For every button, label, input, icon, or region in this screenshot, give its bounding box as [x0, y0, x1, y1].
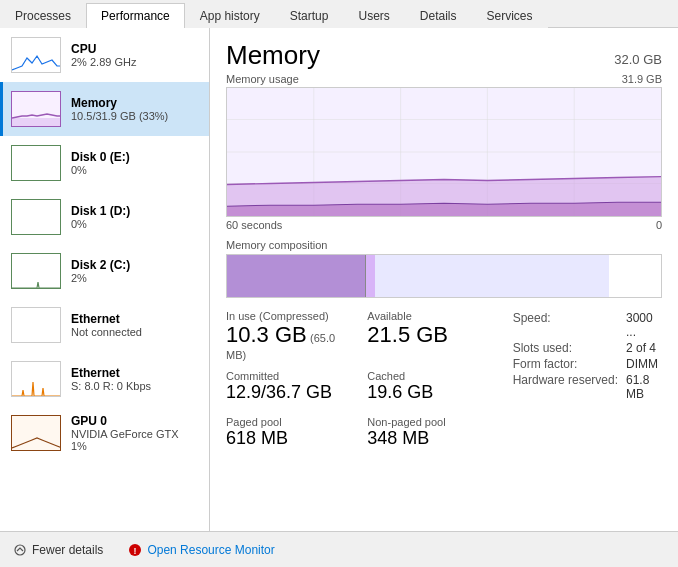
sidebar-item-disk0[interactable]: Disk 0 (E:) 0% [0, 136, 209, 190]
stat-committed: Committed 12.9/36.7 GB [226, 370, 355, 404]
stat-cached: Cached 19.6 GB [367, 370, 496, 404]
panel-header: Memory 32.0 GB [226, 40, 662, 71]
disk0-thumb [11, 145, 61, 181]
warning-icon: ! [127, 542, 143, 558]
committed-value: 12.9/36.7 GB [226, 382, 355, 404]
sidebar-item-ethernet2[interactable]: Ethernet S: 8.0 R: 0 Kbps [0, 352, 209, 406]
comp-standby [375, 255, 609, 297]
form-row: Form factor: DIMM [509, 356, 662, 372]
sidebar-item-gpu0[interactable]: GPU 0 NVIDIA GeForce GTX 1% [0, 406, 209, 460]
form-label: Form factor: [509, 356, 622, 372]
cpu-title: CPU [71, 42, 201, 56]
gpu0-info: GPU 0 NVIDIA GeForce GTX 1% [71, 414, 201, 452]
bottom-bar: Fewer details ! Open Resource Monitor [0, 531, 678, 567]
gpu0-sub2: 1% [71, 440, 201, 452]
disk1-info: Disk 1 (D:) 0% [71, 204, 201, 230]
svg-text:!: ! [134, 546, 137, 556]
comp-modified [366, 255, 375, 297]
stat-available: Available 21.5 GB [367, 310, 496, 362]
comp-in-use [227, 255, 366, 297]
disk1-title: Disk 1 (D:) [71, 204, 201, 218]
sidebar: CPU 2% 2.89 GHz Memory 10.5/31.9 GB (33%… [0, 28, 210, 531]
tab-users[interactable]: Users [343, 3, 404, 28]
tab-app-history[interactable]: App history [185, 3, 275, 28]
disk2-title: Disk 2 (C:) [71, 258, 201, 272]
time-start: 60 seconds [226, 219, 282, 231]
ethernet2-info: Ethernet S: 8.0 R: 0 Kbps [71, 366, 201, 392]
memory-info: Memory 10.5/31.9 GB (33%) [71, 96, 201, 122]
committed-label: Committed [226, 370, 355, 382]
tab-services[interactable]: Services [472, 3, 548, 28]
cached-value: 19.6 GB [367, 382, 496, 404]
sidebar-item-memory[interactable]: Memory 10.5/31.9 GB (33%) [0, 82, 209, 136]
tab-bar: Processes Performance App history Startu… [0, 0, 678, 28]
composition-bar [226, 254, 662, 298]
ethernet1-thumb [11, 307, 61, 343]
usage-label: Memory usage [226, 73, 299, 85]
tab-processes[interactable]: Processes [0, 3, 86, 28]
panel-title: Memory [226, 40, 320, 71]
speed-row: Speed: 3000 ... [509, 310, 662, 340]
hw-reserved-row: Hardware reserved: 61.8 MB [509, 372, 662, 402]
stats-grid: In use (Compressed) 10.3 GB (65.0 MB) Av… [226, 310, 662, 450]
stats-left: In use (Compressed) 10.3 GB (65.0 MB) Av… [226, 310, 662, 450]
usage-chart [226, 87, 662, 217]
tab-performance[interactable]: Performance [86, 3, 185, 28]
chart-time-row: 60 seconds 0 [226, 219, 662, 231]
sidebar-item-disk2[interactable]: Disk 2 (C:) 2% [0, 244, 209, 298]
in-use-value: 10.3 GB (65.0 MB) [226, 322, 355, 362]
composition-label: Memory composition [226, 239, 662, 251]
disk0-info: Disk 0 (E:) 0% [71, 150, 201, 176]
chevron-up-icon [12, 542, 28, 558]
sidebar-item-cpu[interactable]: CPU 2% 2.89 GHz [0, 28, 209, 82]
speed-value: 3000 ... [622, 310, 662, 340]
memory-thumb [11, 91, 61, 127]
sidebar-item-disk1[interactable]: Disk 1 (D:) 0% [0, 190, 209, 244]
nonpaged-value: 348 MB [367, 428, 496, 450]
time-end: 0 [656, 219, 662, 231]
slots-label: Slots used: [509, 340, 622, 356]
memory-title: Memory [71, 96, 201, 110]
form-value: DIMM [622, 356, 662, 372]
hw-reserved-value: 61.8 MB [622, 372, 662, 402]
disk1-sub: 0% [71, 218, 201, 230]
ethernet2-thumb [11, 361, 61, 397]
svg-rect-0 [12, 118, 61, 127]
disk2-sub: 2% [71, 272, 201, 284]
tab-startup[interactable]: Startup [275, 3, 344, 28]
cpu-thumb [11, 37, 61, 73]
ethernet1-title: Ethernet [71, 312, 201, 326]
disk2-thumb [11, 253, 61, 289]
gpu0-thumb [11, 415, 61, 451]
sidebar-item-ethernet1[interactable]: Ethernet Not connected [0, 298, 209, 352]
main-content: CPU 2% 2.89 GHz Memory 10.5/31.9 GB (33%… [0, 28, 678, 531]
stats-area: In use (Compressed) 10.3 GB (65.0 MB) Av… [226, 310, 662, 450]
ethernet2-sub: S: 8.0 R: 0 Kbps [71, 380, 201, 392]
fewer-details-button[interactable]: Fewer details [8, 540, 107, 560]
disk0-title: Disk 0 (E:) [71, 150, 201, 164]
available-label: Available [367, 310, 496, 322]
ethernet1-sub: Not connected [71, 326, 201, 338]
tab-details[interactable]: Details [405, 3, 472, 28]
right-stats-table: Speed: 3000 ... Slots used: 2 of 4 Form … [509, 310, 662, 402]
disk1-thumb [11, 199, 61, 235]
speed-label: Speed: [509, 310, 622, 340]
stat-paged: Paged pool 618 MB [226, 416, 355, 450]
memory-sub: 10.5/31.9 GB (33%) [71, 110, 201, 122]
usage-chart-label-row: Memory usage 31.9 GB [226, 73, 662, 85]
ethernet2-title: Ethernet [71, 366, 201, 380]
ethernet1-info: Ethernet Not connected [71, 312, 201, 338]
svg-point-10 [15, 545, 25, 555]
stat-nonpaged: Non-paged pool 348 MB [367, 416, 496, 450]
usage-value: 31.9 GB [622, 73, 662, 85]
paged-label: Paged pool [226, 416, 355, 428]
disk0-sub: 0% [71, 164, 201, 176]
comp-free [609, 255, 661, 297]
available-value: 21.5 GB [367, 322, 496, 348]
slots-row: Slots used: 2 of 4 [509, 340, 662, 356]
open-monitor-button[interactable]: ! Open Resource Monitor [123, 540, 278, 560]
cpu-sub: 2% 2.89 GHz [71, 56, 201, 68]
gpu0-title: GPU 0 [71, 414, 201, 428]
stat-in-use: In use (Compressed) 10.3 GB (65.0 MB) [226, 310, 355, 362]
slots-value: 2 of 4 [622, 340, 662, 356]
